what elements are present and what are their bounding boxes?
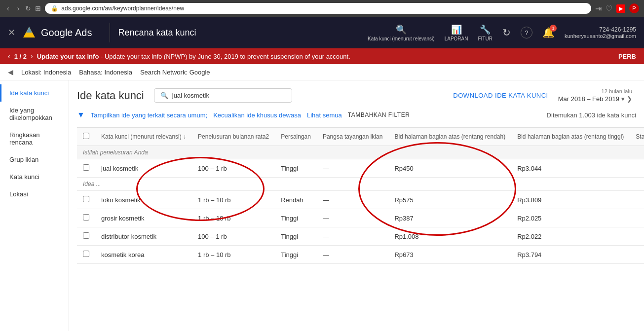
close-button[interactable]: ✕ (8, 27, 15, 38)
filter-link-3[interactable]: Lihat semua (307, 111, 342, 119)
alert-next-button[interactable]: › (31, 52, 33, 60)
browser-back-button[interactable]: ‹ (5, 3, 11, 13)
address-bar[interactable]: 🔒 ads.google.com/aw/keywordplanner/ideas… (45, 3, 591, 14)
nav-laporan-item[interactable]: 📊 LAPORAN (445, 24, 468, 41)
header-checkbox-cell (77, 128, 95, 146)
sidebar-label-lokasi: Lokasi (9, 190, 28, 198)
sidebar-item-grup-iklan[interactable]: Grup iklan (0, 151, 69, 168)
url-text: ads.google.com/aw/keywordplanner/ideas/n… (61, 5, 184, 12)
filter-link-1[interactable]: Tampilkan ide yang terkait secara umum; (91, 111, 207, 119)
sidebar-item-lokasi[interactable]: Lokasi (0, 185, 69, 203)
collapse-button[interactable]: ◀ (8, 68, 13, 76)
table-row: distributor kosmetik 100 – 1 rb Tinggi —… (77, 227, 644, 246)
wrench-icon: 🔧 (480, 24, 491, 35)
nav-divider (110, 23, 110, 42)
alert-bold: Update your tax info (37, 53, 99, 60)
browser-refresh-icon[interactable]: ↻ (25, 4, 31, 12)
lock-icon: 🔒 (51, 5, 58, 12)
row-status (630, 191, 644, 209)
header-bid-high-label: Bid halaman bagian atas (rentang tinggi) (517, 133, 624, 140)
row-bid-low: Rp673 (388, 246, 511, 264)
row-monthly: 100 – 1 rb (192, 159, 275, 178)
alert-bar: ‹ 1 / 2 › Update your tax info - Update … (0, 48, 644, 64)
row-bid-high: Rp2.025 (511, 209, 630, 227)
keyword-table: Kata kunci (menurut relevansi) ↓ Penelus… (77, 127, 644, 264)
bahasa-filter: Bahasa: Indonesia (79, 69, 132, 76)
row-bid-low: Rp387 (388, 209, 511, 227)
alert-body: - Update your tax info (NPWP) by June 30… (99, 53, 350, 60)
google-ads-title: Google Ads (41, 27, 92, 38)
search-box[interactable]: 🔍 (154, 88, 292, 103)
row-checkbox[interactable] (83, 196, 89, 202)
nav-buka-label: Kata kunci (menurut relevansi) (368, 36, 435, 41)
nav-user: 724-426-1295 kunherysusanto2@gmail.com (565, 26, 636, 39)
row-keyword: grosir kosmetik (95, 209, 192, 227)
filter-icon: ▼ (77, 110, 85, 119)
row-impression: — (317, 227, 388, 246)
nav-buka-item[interactable]: 🔍 Kata kunci (menurut relevansi) (368, 24, 435, 41)
alert-nav: ‹ 1 / 2 › (8, 52, 33, 60)
sidebar-item-kata-kunci[interactable]: Kata kunci (0, 168, 69, 185)
row-monthly: 1 rb – 10 rb (192, 246, 275, 264)
alert-action[interactable]: PERB (618, 53, 636, 60)
nav-fitur-label: FITUR (478, 36, 492, 41)
ideas-header-cell: Idea ... (77, 178, 644, 191)
sidebar-item-ide-dikelompokkan[interactable]: Ide yang dikelompokkan (0, 102, 69, 126)
row-monthly: 100 – 1 rb (192, 227, 275, 246)
sort-icon: ↓ (183, 133, 186, 140)
row-checkbox[interactable] (83, 232, 89, 239)
browser-forward-button[interactable]: › (15, 3, 22, 13)
bell-badge: 1 (550, 25, 557, 32)
alert-prev-button[interactable]: ‹ (8, 52, 10, 60)
sidebar-item-ide-kata-kunci[interactable]: Ide kata kunci (0, 84, 69, 102)
add-filter-button[interactable]: TAMBAHKAN FILTER (348, 111, 410, 118)
download-button[interactable]: DOWNLOAD IDE KATA KUNCI (453, 92, 548, 99)
nav-bell[interactable]: 🔔 1 (542, 27, 555, 38)
row-monthly: 1 rb – 10 rb (192, 191, 275, 209)
browser-chrome: ‹ › ↻ ⊞ 🔒 ads.google.com/aw/keywordplann… (0, 0, 644, 17)
row-checkbox-cell (77, 159, 95, 178)
header-competition-label: Persaingan (281, 133, 311, 140)
row-checkbox[interactable] (83, 251, 89, 257)
nav-help-button[interactable]: ? (521, 27, 532, 38)
date-section: 12 bulan lalu Mar 2018 – Feb 2019 ▾ ❯ (558, 88, 632, 103)
header-status-label: Status akun (636, 133, 644, 140)
filter-link-2[interactable]: Kecualikan ide khusus dewasa (213, 111, 301, 119)
table-row: jual kosmetik 100 – 1 rb Tinggi — Rp450 … (77, 159, 644, 178)
sidebar-item-ringkasan-rencana[interactable]: Ringkasan rencana (0, 126, 69, 151)
row-competition: Tinggi (275, 159, 317, 178)
filter-bar: ◀ Lokasi: Indonesia Bahasa: Indonesia Se… (0, 64, 644, 80)
table-row: kosmetik korea 1 rb – 10 rb Tinggi — Rp6… (77, 246, 644, 264)
header-impression-share: Pangsa tayangan iklan (317, 128, 388, 146)
row-checkbox[interactable] (83, 214, 89, 221)
nav-fitur-item[interactable]: 🔧 FITUR (478, 24, 492, 41)
profile-icon: P (629, 3, 639, 13)
row-competition: Rendah (275, 191, 317, 209)
select-all-checkbox[interactable] (83, 133, 89, 139)
filter-row: ▼ Tampilkan ide yang terkait secara umum… (77, 110, 636, 119)
section-header-row: Istilah penelusuran Anda (77, 146, 644, 159)
row-bid-high: Rp3.044 (511, 159, 630, 178)
section-header-cell: Istilah penelusuran Anda (77, 146, 644, 159)
header-status: Status akun (630, 128, 644, 146)
header-monthly-label: Penelusuran bulanan rata2 (198, 133, 269, 140)
row-status (630, 227, 644, 246)
search-input[interactable] (172, 92, 286, 99)
row-impression: — (317, 209, 388, 227)
date-arrow-icon[interactable]: ❯ (627, 95, 632, 103)
google-ads-logo-icon (21, 25, 37, 40)
date-dropdown-icon[interactable]: ▾ (621, 95, 625, 103)
sidebar-label-ide-dikelompokkan: Ide yang dikelompokkan (9, 107, 52, 121)
row-bid-high: Rp2.022 (511, 227, 630, 246)
header-keyword[interactable]: Kata kunci (menurut relevansi) ↓ (95, 128, 192, 146)
sidebar-label-ringkasan-rencana: Ringkasan rencana (9, 131, 39, 146)
header-bid-low: Bid halaman bagian atas (rentang rendah) (388, 128, 511, 146)
date-range-value: Mar 2018 – Feb 2019 (558, 95, 619, 103)
main-layout: Ide kata kunci Ide yang dikelompokkan Ri… (0, 80, 644, 331)
nav-refresh-button[interactable]: ↻ (502, 27, 511, 38)
row-checkbox[interactable] (83, 164, 89, 171)
row-impression: — (317, 246, 388, 264)
alert-page-num: 1 / 2 (14, 53, 27, 60)
kp-header: Ide kata kunci 🔍 DOWNLOAD IDE KATA KUNCI… (77, 88, 636, 103)
row-bid-low: Rp450 (388, 159, 511, 178)
